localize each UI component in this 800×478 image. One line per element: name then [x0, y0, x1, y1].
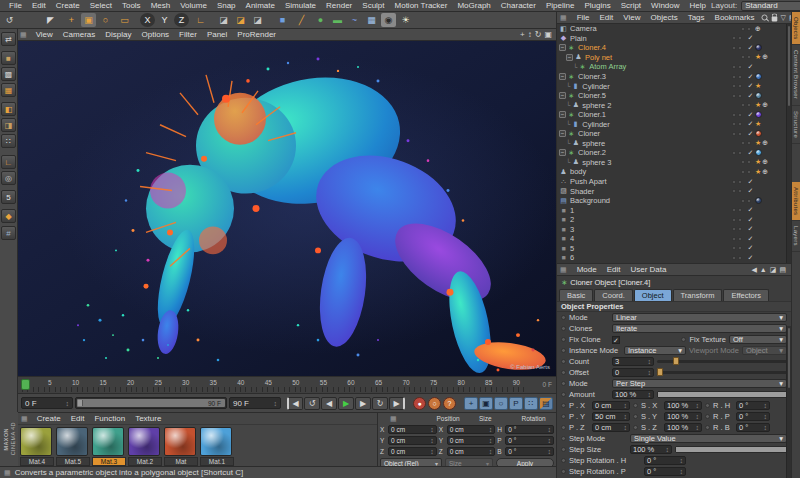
- visibility-dots[interactable]: [732, 113, 746, 117]
- object-name[interactable]: Cloner.1: [578, 110, 732, 119]
- object-name[interactable]: sphere: [582, 139, 741, 148]
- render-picture-viewer-icon[interactable]: ◪: [233, 13, 248, 27]
- expander-icon[interactable]: −: [559, 111, 566, 118]
- object-name[interactable]: 4: [570, 234, 732, 243]
- panel-menu-icon[interactable]: ▦: [4, 469, 11, 477]
- keying-options-button[interactable]: ?: [443, 397, 456, 410]
- object-row[interactable]: ■ 3 ✓ ★ ⊕: [557, 224, 791, 234]
- dock-tab[interactable]: Attributes: [792, 182, 800, 221]
- panel-menu-icon[interactable]: ▦: [380, 415, 423, 423]
- visibility-dots[interactable]: [732, 246, 746, 250]
- render-view-icon[interactable]: ◪: [216, 13, 231, 27]
- anim-dot[interactable]: [633, 425, 638, 430]
- clones-select[interactable]: Iterate▾: [612, 324, 787, 333]
- position-step-field[interactable]: 50 cm↕: [592, 412, 630, 421]
- material-tag-icon[interactable]: [755, 73, 762, 80]
- object-row[interactable]: ▤ Background ✓ ★ ⊕: [557, 196, 791, 206]
- star-tag-icon[interactable]: ★: [755, 101, 761, 109]
- pan-view-icon[interactable]: +: [520, 30, 525, 39]
- object-name[interactable]: Poly net: [585, 53, 741, 62]
- viewport-menu-item[interactable]: Options: [137, 30, 175, 39]
- timeline-ruler[interactable]: 051015202530354045505560657075808590 0 F: [18, 376, 556, 394]
- object-name[interactable]: Atom Array: [589, 62, 732, 71]
- preview-range-slider[interactable]: 90 F: [75, 397, 227, 409]
- material-tag-icon[interactable]: [755, 92, 762, 99]
- transform-mode-select[interactable]: Per Step▾: [612, 379, 787, 388]
- attribute-menu-item[interactable]: User Data: [625, 265, 671, 274]
- object-name[interactable]: Camera: [570, 24, 741, 33]
- anim-dot[interactable]: [561, 337, 566, 342]
- history-back-icon[interactable]: ◀: [751, 266, 756, 274]
- material-swatch[interactable]: Mat.3: [92, 427, 126, 466]
- object-name[interactable]: 3: [570, 225, 732, 234]
- object-row[interactable]: └ ▮ Cylinder ✓ ★ ⊕: [557, 119, 791, 129]
- viewport-menu-item[interactable]: Display: [100, 30, 136, 39]
- history-up-icon[interactable]: ▲: [760, 266, 767, 274]
- dock-tab[interactable]: Layers: [792, 221, 800, 252]
- dock-tab[interactable]: Structure: [792, 106, 800, 144]
- search-icon[interactable]: [761, 15, 767, 21]
- anim-dot[interactable]: [561, 403, 566, 408]
- step-rotation-h-field[interactable]: 0 °↕: [644, 456, 686, 465]
- visibility-dots[interactable]: [732, 189, 746, 193]
- viewport-canvas[interactable]: © Fabian Aerts: [18, 41, 556, 376]
- camera-icon[interactable]: ◉: [381, 13, 396, 27]
- object-row[interactable]: − ∗ Cloner.4 ✓ ★ ⊕: [557, 43, 791, 53]
- object-name[interactable]: Cloner: [578, 129, 732, 138]
- layout-select[interactable]: Standard▾: [741, 1, 800, 11]
- viewport-menu-item[interactable]: ProRender: [232, 30, 281, 39]
- amount-slider[interactable]: [657, 391, 787, 398]
- menu-item[interactable]: Volume: [175, 1, 212, 10]
- material-tag-icon[interactable]: [755, 44, 762, 51]
- anim-dot[interactable]: [561, 392, 566, 397]
- normal-mode-icon[interactable]: ◎: [1, 171, 16, 185]
- model-mode-icon[interactable]: ■: [1, 51, 16, 65]
- visibility-dots[interactable]: [732, 132, 746, 136]
- viewport-menu-item[interactable]: Cameras: [58, 30, 100, 39]
- material-name[interactable]: Mat.4: [20, 457, 54, 466]
- enabled-check-icon[interactable]: ✓: [746, 244, 755, 252]
- current-frame-field[interactable]: 0 F↕: [21, 397, 73, 409]
- visibility-dots[interactable]: [732, 237, 746, 241]
- last-tool-icon[interactable]: ▭: [117, 13, 132, 27]
- enabled-check-icon[interactable]: ✓: [746, 206, 755, 214]
- scale-icon[interactable]: ▣: [81, 13, 96, 27]
- visibility-dots[interactable]: [741, 199, 755, 203]
- object-manager-menu-item[interactable]: Edit: [595, 13, 619, 22]
- object-name[interactable]: 1: [570, 206, 732, 215]
- scale-step-field[interactable]: 100 %↕: [664, 401, 702, 410]
- rotation-field[interactable]: 0 °↕: [505, 425, 554, 434]
- object-row[interactable]: └ ∗ Atom Array ✓ ★ ⊕: [557, 62, 791, 72]
- attribute-tab[interactable]: Effectors: [723, 289, 768, 301]
- lock-icon[interactable]: [771, 17, 777, 22]
- attribute-tab[interactable]: Coord.: [594, 289, 633, 301]
- enabled-check-icon[interactable]: ✓: [746, 235, 755, 243]
- menu-item[interactable]: Snap: [212, 1, 241, 10]
- anim-dot[interactable]: [561, 381, 566, 386]
- anim-dot[interactable]: [561, 447, 566, 452]
- anim-dot[interactable]: [561, 414, 566, 419]
- object-row[interactable]: ∴ Push Apart ✓ ★ ⊕: [557, 177, 791, 187]
- attribute-tab[interactable]: Basic: [559, 289, 593, 301]
- play-button[interactable]: ▶: [338, 397, 354, 410]
- object-row[interactable]: ■ 5 ✓ ★ ⊕: [557, 244, 791, 254]
- enabled-check-icon[interactable]: ✓: [746, 216, 755, 224]
- visibility-dots[interactable]: [732, 180, 746, 184]
- enabled-check-icon[interactable]: ✓: [746, 92, 755, 100]
- step-size-field[interactable]: 100 %↕: [630, 445, 672, 454]
- visibility-dots[interactable]: [741, 55, 755, 59]
- size-field[interactable]: 0 cm↕: [447, 436, 496, 445]
- anim-dot[interactable]: [561, 458, 566, 463]
- edge-mode-icon[interactable]: ◨: [1, 118, 16, 132]
- enabled-check-icon[interactable]: ✓: [746, 225, 755, 233]
- amount-field[interactable]: 100 %↕: [612, 390, 654, 399]
- enabled-check-icon[interactable]: ✓: [746, 130, 755, 138]
- menu-item[interactable]: Script: [616, 1, 646, 10]
- object-row[interactable]: └ ♟ sphere 3 ✓ ★ ⊕: [557, 158, 791, 168]
- next-frame-button[interactable]: ▶: [355, 397, 371, 410]
- menu-item[interactable]: Help: [685, 1, 711, 10]
- z-axis-lock-icon[interactable]: Z: [174, 13, 189, 27]
- material-menu-item[interactable]: Texture: [130, 414, 166, 423]
- menu-item[interactable]: Sculpt: [357, 1, 389, 10]
- menu-item[interactable]: Plugins: [579, 1, 615, 10]
